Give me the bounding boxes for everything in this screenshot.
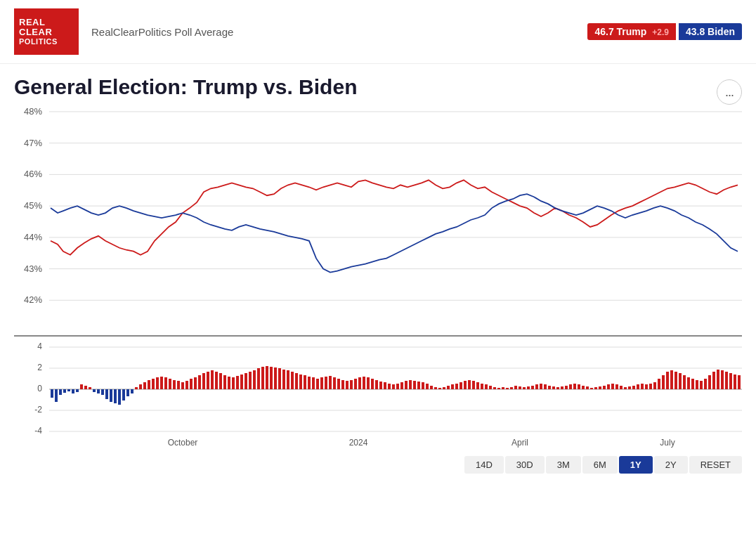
chart-container: ... 48% 47% 46% 45% 44% 43% 42%	[0, 105, 756, 474]
trump-value: 46.7	[594, 26, 613, 37]
svg-rect-128	[472, 381, 475, 389]
svg-rect-74	[245, 373, 247, 389]
svg-rect-64	[202, 373, 205, 389]
svg-rect-54	[160, 377, 163, 389]
svg-rect-120	[438, 388, 441, 389]
svg-rect-67	[215, 372, 218, 389]
svg-rect-40	[101, 389, 104, 395]
svg-text:0: 0	[37, 384, 42, 393]
svg-rect-104	[371, 379, 374, 389]
time-btn-reset[interactable]: RESET	[689, 456, 742, 474]
svg-rect-57	[173, 380, 176, 389]
svg-rect-45	[122, 389, 125, 400]
svg-text:July: July	[660, 438, 674, 448]
svg-rect-38	[93, 389, 96, 392]
svg-rect-30	[59, 389, 62, 395]
svg-rect-176	[674, 372, 677, 389]
svg-rect-105	[375, 380, 378, 389]
svg-rect-79	[266, 366, 268, 389]
time-btn-1y[interactable]: 1Y	[619, 456, 653, 474]
svg-rect-179	[687, 377, 690, 389]
svg-rect-82	[278, 368, 281, 389]
legend-biden: 43.8 Biden	[679, 23, 742, 40]
svg-rect-190	[734, 375, 736, 389]
svg-rect-63	[198, 375, 201, 389]
svg-rect-154	[582, 386, 585, 389]
svg-rect-157	[594, 387, 597, 389]
svg-rect-71	[232, 377, 235, 389]
svg-rect-65	[207, 372, 209, 389]
svg-rect-181	[696, 380, 698, 389]
svg-rect-39	[97, 389, 100, 393]
time-btn-14d[interactable]: 14D	[464, 456, 504, 474]
svg-rect-185	[712, 372, 715, 389]
svg-rect-87	[299, 375, 302, 389]
svg-rect-178	[683, 375, 686, 389]
time-btn-3m[interactable]: 3M	[546, 456, 581, 474]
svg-rect-69	[223, 375, 226, 389]
svg-rect-110	[396, 384, 399, 389]
svg-rect-49	[139, 384, 142, 389]
time-btn-30d[interactable]: 30D	[505, 456, 545, 474]
svg-rect-155	[586, 386, 589, 389]
legend: 46.7 Trump +2.9 43.8 Biden	[587, 23, 742, 40]
svg-rect-97	[341, 380, 344, 389]
svg-rect-95	[333, 377, 336, 389]
svg-rect-100	[354, 379, 357, 389]
svg-rect-41	[105, 389, 108, 399]
svg-text:2024: 2024	[349, 438, 368, 448]
time-btn-2y[interactable]: 2Y	[654, 456, 688, 474]
svg-rect-125	[460, 382, 462, 389]
svg-rect-191	[738, 375, 741, 389]
svg-rect-144	[540, 384, 542, 389]
svg-text:-2: -2	[34, 405, 42, 415]
svg-rect-91	[316, 379, 319, 389]
svg-text:48%: 48%	[24, 106, 42, 117]
svg-rect-122	[447, 386, 450, 389]
svg-rect-189	[729, 373, 732, 389]
svg-rect-107	[384, 382, 386, 389]
logo-line3: POLITICS	[19, 37, 74, 46]
svg-rect-167	[637, 384, 639, 389]
svg-rect-31	[63, 389, 66, 393]
svg-rect-50	[143, 382, 146, 389]
svg-rect-138	[514, 386, 517, 389]
logo: REAL CLEAR POLITICS	[14, 8, 79, 55]
svg-rect-169	[645, 384, 648, 389]
svg-rect-124	[455, 384, 458, 389]
svg-rect-92	[320, 377, 323, 389]
svg-rect-99	[350, 380, 353, 389]
svg-rect-73	[240, 375, 243, 389]
svg-rect-177	[679, 373, 682, 389]
svg-rect-42	[110, 389, 112, 402]
svg-rect-35	[80, 384, 83, 389]
svg-text:4: 4	[37, 341, 42, 351]
svg-text:45%: 45%	[24, 200, 42, 211]
svg-rect-170	[649, 384, 652, 389]
svg-rect-78	[261, 367, 264, 389]
bar-chart: 4 2 0 -2 -4 October 2024 April July	[14, 337, 742, 449]
svg-rect-132	[489, 386, 492, 389]
svg-rect-171	[653, 382, 656, 389]
trump-diff: +2.9	[652, 27, 669, 37]
svg-rect-165	[628, 386, 631, 389]
options-button[interactable]: ...	[717, 79, 742, 105]
svg-rect-34	[76, 389, 79, 392]
svg-rect-126	[464, 381, 467, 389]
svg-rect-81	[274, 367, 277, 389]
bar-chart-svg: 4 2 0 -2 -4 October 2024 April July	[14, 337, 742, 449]
svg-rect-127	[468, 380, 471, 389]
svg-rect-146	[548, 386, 551, 389]
svg-rect-168	[641, 384, 644, 389]
svg-rect-147	[552, 386, 555, 389]
svg-rect-103	[367, 377, 370, 389]
svg-rect-150	[565, 386, 568, 389]
trump-line	[51, 180, 738, 254]
svg-rect-187	[721, 370, 724, 389]
svg-rect-158	[599, 386, 601, 389]
svg-rect-98	[346, 381, 348, 389]
svg-text:46%: 46%	[24, 169, 42, 179]
svg-rect-119	[434, 387, 437, 389]
time-btn-6m[interactable]: 6M	[582, 456, 618, 474]
svg-rect-85	[291, 372, 294, 389]
